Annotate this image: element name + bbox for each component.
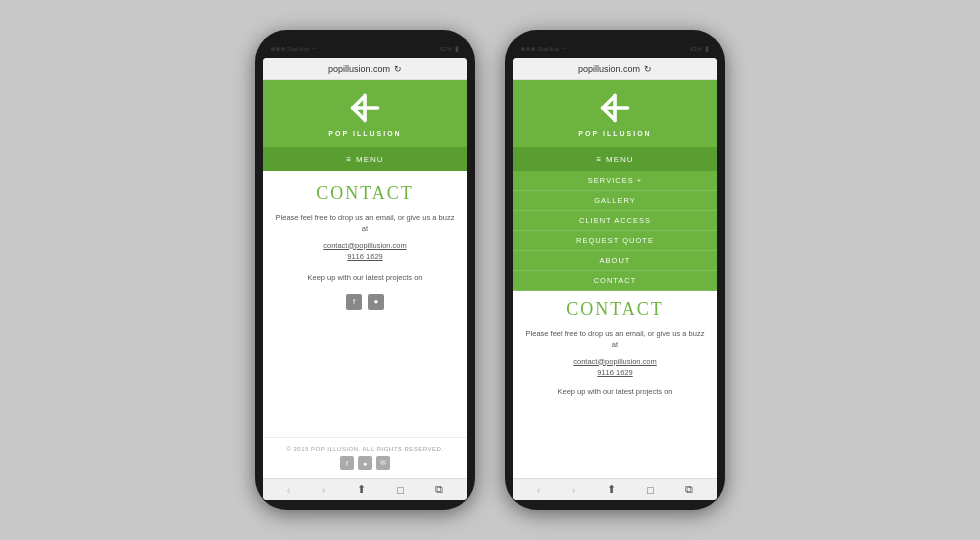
menu-dropdown-2: SERVICES + GALLERY CLIENT ACCESS REQUEST… <box>513 171 717 291</box>
browser-bar-1: ‹ › ⬆ □ ⧉ <box>263 478 467 500</box>
url-text-1: popillusion.com <box>328 64 390 74</box>
nav-bar-2[interactable]: ≡ MENU <box>513 147 717 171</box>
back-btn-1[interactable]: ‹ <box>287 484 291 496</box>
status-right-2: 93% ▮ <box>690 45 709 53</box>
status-bar-2: StarHub ⋅⋅⋅ 93% ▮ <box>513 40 717 58</box>
menu-contact[interactable]: CONTACT <box>513 271 717 291</box>
instagram-icon-1[interactable]: ● <box>368 294 384 310</box>
signal-dots <box>271 47 285 51</box>
site-header-2: POP ILLUSION <box>513 80 717 147</box>
logo-svg-1 <box>347 90 383 126</box>
menu-services[interactable]: SERVICES + <box>513 171 717 191</box>
screen-1: popillusion.com ↻ POP ILLUSION ≡ MENU <box>263 58 467 500</box>
contact-phone-2[interactable]: 9116 1629 <box>597 368 632 377</box>
contact-body-2: Please feel free to drop us an email, or… <box>523 328 707 351</box>
contact-title-2: CONTACT <box>566 299 664 320</box>
address-bar-2: popillusion.com ↻ <box>513 58 717 80</box>
bookmarks-btn-1[interactable]: □ <box>397 484 404 496</box>
battery-label: 92% <box>440 46 452 52</box>
footer-ig-icon-1[interactable]: ● <box>358 456 372 470</box>
url-text-2: popillusion.com <box>578 64 640 74</box>
signal-dots-2 <box>521 47 535 51</box>
browser-bar-2: ‹ › ⬆ □ ⧉ <box>513 478 717 500</box>
carrier-label: StarHub <box>287 46 309 52</box>
status-bar-1: StarHub ⋅⋅⋅ 92% ▮ <box>263 40 467 58</box>
forward-btn-2[interactable]: › <box>572 484 576 496</box>
phone-2: StarHub ⋅⋅⋅ 93% ▮ popillusion.com ↻ POP <box>505 30 725 510</box>
contact-body-1: Please feel free to drop us an email, or… <box>273 212 457 235</box>
social-label-2: Keep up with our latest projects on <box>557 387 672 396</box>
back-btn-2[interactable]: ‹ <box>537 484 541 496</box>
tabs-btn-2[interactable]: ⧉ <box>685 483 693 496</box>
menu-about[interactable]: ABOUT <box>513 251 717 271</box>
logo-svg-2 <box>597 90 633 126</box>
menu-label-1: MENU <box>356 155 384 164</box>
phone-1: StarHub ⋅⋅⋅ 92% ▮ popillusion.com ↻ <box>255 30 475 510</box>
facebook-icon-1[interactable]: f <box>346 294 362 310</box>
screen-2: popillusion.com ↻ POP ILLUSION ≡ MENU <box>513 58 717 500</box>
address-bar-1: popillusion.com ↻ <box>263 58 467 80</box>
refresh-icon-1[interactable]: ↻ <box>394 64 402 74</box>
content-area-1: CONTACT Please feel free to drop us an e… <box>263 171 467 437</box>
logo-text-1: POP ILLUSION <box>328 130 401 137</box>
hamburger-icon-2: ≡ <box>596 155 602 164</box>
contact-email-1[interactable]: contact@popillusion.com <box>323 241 407 250</box>
contact-email-2[interactable]: contact@popillusion.com <box>573 357 657 366</box>
status-left-1: StarHub ⋅⋅⋅ <box>271 45 317 53</box>
tabs-btn-1[interactable]: ⧉ <box>435 483 443 496</box>
footer-copyright-1: © 2015 POP ILLUSION. ALL RIGHTS RESERVED… <box>286 446 443 452</box>
site-header-1: POP ILLUSION <box>263 80 467 147</box>
bookmarks-btn-2[interactable]: □ <box>647 484 654 496</box>
site-footer-1: © 2015 POP ILLUSION. ALL RIGHTS RESERVED… <box>263 437 467 478</box>
battery-icon: ▮ <box>455 45 459 53</box>
contact-phone-1[interactable]: 9116 1629 <box>347 252 382 261</box>
social-row-1: f ● <box>346 294 384 310</box>
status-left-2: StarHub ⋅⋅⋅ <box>521 45 567 53</box>
status-right-1: 92% ▮ <box>440 45 459 53</box>
share-btn-2[interactable]: ⬆ <box>607 483 616 496</box>
refresh-icon-2[interactable]: ↻ <box>644 64 652 74</box>
hamburger-icon-1: ≡ <box>346 155 352 164</box>
forward-btn-1[interactable]: › <box>322 484 326 496</box>
carrier-label-2: StarHub <box>537 46 559 52</box>
menu-label-2: MENU <box>606 155 634 164</box>
battery-label-2: 93% <box>690 46 702 52</box>
wifi-icon: ⋅⋅⋅ <box>311 45 317 53</box>
logo-text-2: POP ILLUSION <box>578 130 651 137</box>
share-btn-1[interactable]: ⬆ <box>357 483 366 496</box>
menu-gallery[interactable]: GALLERY <box>513 191 717 211</box>
battery-icon-2: ▮ <box>705 45 709 53</box>
menu-client-access[interactable]: CLIENT ACCESS <box>513 211 717 231</box>
content-area-2: CONTACT Please feel free to drop us an e… <box>513 291 717 478</box>
wifi-icon-2: ⋅⋅⋅ <box>561 45 567 53</box>
nav-bar-1[interactable]: ≡ MENU <box>263 147 467 171</box>
footer-icons-1: f ● ✉ <box>340 456 390 470</box>
footer-fb-icon-1[interactable]: f <box>340 456 354 470</box>
menu-request-quote[interactable]: REQUEST QUOTE <box>513 231 717 251</box>
contact-title-1: CONTACT <box>316 183 414 204</box>
social-label-1: Keep up with our latest projects on <box>307 273 422 282</box>
footer-mail-icon-1[interactable]: ✉ <box>376 456 390 470</box>
